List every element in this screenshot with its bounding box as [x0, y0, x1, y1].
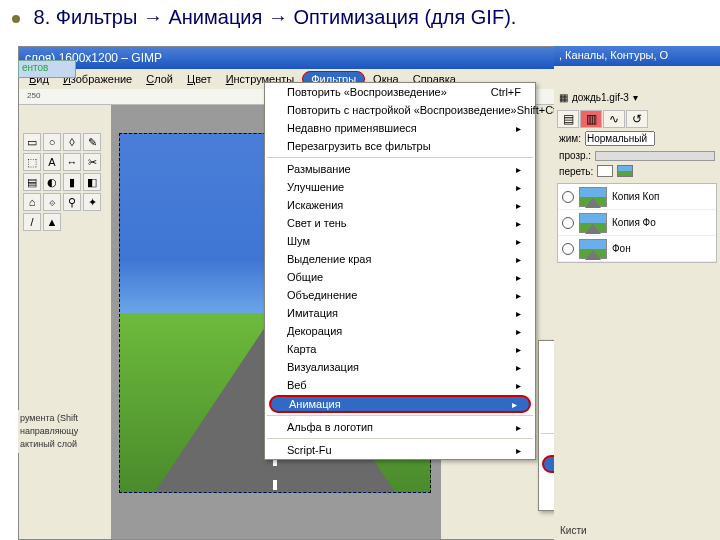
tool-16[interactable]: / — [23, 213, 41, 231]
menu-item[interactable]: Выделение края — [265, 250, 535, 268]
visibility-icon[interactable] — [562, 243, 574, 255]
layer-thumbnail — [579, 187, 607, 207]
slide: 8. Фильтры → Анимация → Оптимизация (для… — [0, 0, 720, 540]
toolbox-tab-label: ентов — [22, 62, 48, 73]
image-selector[interactable]: дождь1.gif-3 — [572, 92, 629, 103]
layers-dock: ▦ дождь1.gif-3 ▾ ▤ ▥ ∿ ↺ жим: прозр.: пе… — [554, 88, 720, 267]
bullet-icon — [12, 15, 20, 23]
mode-select[interactable] — [585, 131, 655, 146]
menu-item[interactable]: Недавно применявшиеся — [265, 119, 535, 137]
menu-separator — [267, 415, 533, 416]
filters-menu-popup[interactable]: Повторить «Воспроизведение»Ctrl+FПовтори… — [264, 82, 536, 460]
tab-channels[interactable]: ▥ — [580, 110, 602, 128]
tool-3[interactable]: ✎ — [83, 133, 101, 151]
menu-item[interactable]: Повторить с настройкой «Воспроизведение»… — [265, 101, 535, 119]
menu-item-label: Шум — [287, 235, 310, 247]
hint-line: актиный слой — [20, 438, 104, 451]
menu-item[interactable]: Размывание — [265, 160, 535, 178]
menu-item-label: Карта — [287, 343, 316, 355]
toolbox: ▭○◊✎⬚A↔✂▤◐▮◧⌂⟐⚲✦/▲ — [19, 105, 109, 235]
layer-row[interactable]: Фон — [558, 236, 716, 262]
lock-label: переть: — [559, 166, 593, 177]
menu-слой[interactable]: Слой — [140, 71, 179, 87]
menu-item-label: Недавно применявшиеся — [287, 122, 417, 134]
tab-layers[interactable]: ▤ — [557, 110, 579, 128]
tool-12[interactable]: ⌂ — [23, 193, 41, 211]
dock-titlebar: , Каналы, Контуры, О — [554, 46, 720, 66]
menu-item-label: Декорация — [287, 325, 342, 337]
menu-item[interactable]: Анимация — [269, 395, 531, 413]
menu-item[interactable]: Визуализация — [265, 358, 535, 376]
tool-6[interactable]: ↔ — [63, 153, 81, 171]
tool-7[interactable]: ✂ — [83, 153, 101, 171]
tool-0[interactable]: ▭ — [23, 133, 41, 151]
opacity-slider[interactable] — [595, 151, 715, 161]
menu-item-label: Свет и тень — [287, 217, 347, 229]
tool-9[interactable]: ◐ — [43, 173, 61, 191]
menu-item-label: Улучшение — [287, 181, 344, 193]
lock-pixels-checkbox[interactable] — [597, 165, 613, 177]
visibility-icon[interactable] — [562, 217, 574, 229]
menu-item[interactable]: Повторить «Воспроизведение»Ctrl+F — [265, 83, 535, 101]
menu-item-label: Имитация — [287, 307, 338, 319]
menu-item[interactable]: Декорация — [265, 322, 535, 340]
menu-item[interactable]: Общие — [265, 268, 535, 286]
tool-5[interactable]: A — [43, 153, 61, 171]
tool-13[interactable]: ⟐ — [43, 193, 61, 211]
layer-row[interactable]: Копия Фо — [558, 210, 716, 236]
menu-item[interactable]: Улучшение — [265, 178, 535, 196]
menu-item-label: Повторить с настройкой «Воспроизведение» — [287, 104, 517, 116]
menu-item-label: Альфа в логотип — [287, 421, 373, 433]
tool-1[interactable]: ○ — [43, 133, 61, 151]
visibility-icon[interactable] — [562, 191, 574, 203]
menu-separator — [267, 157, 533, 158]
menu-item-accel: Ctrl+F — [491, 86, 521, 98]
chevron-down-icon[interactable]: ▾ — [633, 92, 638, 103]
dock-panel-right: , Каналы, Контуры, О ▦ дождь1.gif-3 ▾ ▤ … — [554, 46, 720, 540]
layer-thumbnail — [579, 213, 607, 233]
menu-item[interactable]: Карта — [265, 340, 535, 358]
mode-label: жим: — [559, 133, 581, 144]
brushes-dock-label: Кисти — [560, 525, 587, 536]
layer-thumbnail — [579, 239, 607, 259]
tool-10[interactable]: ▮ — [63, 173, 81, 191]
menu-цвет[interactable]: Цвет — [181, 71, 218, 87]
menu-item[interactable]: Script-Fu — [265, 441, 535, 459]
layer-name: Копия Фо — [612, 217, 656, 228]
menu-item-label: Общие — [287, 271, 323, 283]
menu-item-label: Искажения — [287, 199, 343, 211]
tab-paths[interactable]: ∿ — [603, 110, 625, 128]
menu-item[interactable]: Искажения — [265, 196, 535, 214]
tool-4[interactable]: ⬚ — [23, 153, 41, 171]
toolbox-tab[interactable]: ентов — [18, 60, 76, 78]
menu-item[interactable]: Объединение — [265, 286, 535, 304]
menu-item[interactable]: Перезагрузить все фильтры — [265, 137, 535, 155]
tool-11[interactable]: ◧ — [83, 173, 101, 191]
menu-item[interactable]: Альфа в логотип — [265, 418, 535, 436]
layers-list[interactable]: Копия КопКопия ФоФон — [557, 183, 717, 263]
menu-item-label: Анимация — [289, 398, 341, 410]
tool-8[interactable]: ▤ — [23, 173, 41, 191]
menu-item-label: Размывание — [287, 163, 351, 175]
status-hints: румента (Shift направляющу актиный слой — [18, 410, 106, 453]
layer-row[interactable]: Копия Коп — [558, 184, 716, 210]
tool-14[interactable]: ⚲ — [63, 193, 81, 211]
tool-2[interactable]: ◊ — [63, 133, 81, 151]
menu-item-label: Объединение — [287, 289, 357, 301]
tool-15[interactable]: ✦ — [83, 193, 101, 211]
menu-item-label: Визуализация — [287, 361, 359, 373]
menu-item[interactable]: Веб — [265, 376, 535, 394]
hint-line: румента (Shift — [20, 412, 104, 425]
hint-line: направляющу — [20, 425, 104, 438]
menu-separator — [267, 438, 533, 439]
menu-item-label: Выделение края — [287, 253, 371, 265]
tool-17[interactable]: ▲ — [43, 213, 61, 231]
menu-item[interactable]: Имитация — [265, 304, 535, 322]
menu-item[interactable]: Свет и тень — [265, 214, 535, 232]
ruler-mark: 250 — [27, 91, 40, 100]
dock-tabs[interactable]: ▤ ▥ ∿ ↺ — [554, 105, 720, 129]
menu-item[interactable]: Шум — [265, 232, 535, 250]
tab-undo[interactable]: ↺ — [626, 110, 648, 128]
tool-grid: ▭○◊✎⬚A↔✂▤◐▮◧⌂⟐⚲✦/▲ — [23, 133, 105, 231]
lock-alpha-checkbox[interactable] — [617, 165, 633, 177]
